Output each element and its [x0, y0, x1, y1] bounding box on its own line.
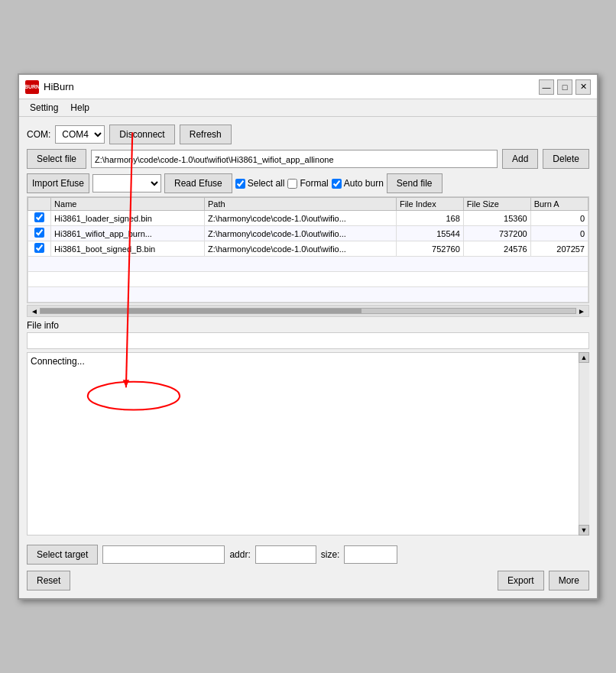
row2-checkbox[interactable] [34, 228, 44, 238]
app-icon: BURN [25, 80, 39, 94]
formal-checkbox[interactable] [287, 179, 297, 189]
row2-path: Z:\harmony\code\code-1.0\out\wifio... [204, 226, 396, 241]
efuse-dropdown[interactable] [92, 174, 161, 193]
addr-label: addr: [229, 549, 250, 560]
action-row: Reset Export More [27, 571, 589, 590]
disconnect-button[interactable]: Disconnect [109, 125, 174, 144]
row2-size: 737200 [463, 226, 530, 241]
send-file-button[interactable]: Send file [387, 173, 443, 193]
bottom-bar: Select target addr: size: [27, 542, 589, 568]
size-label: size: [321, 549, 340, 560]
row3-burn: 207257 [530, 241, 588, 257]
add-button[interactable]: Add [502, 149, 538, 169]
log-scroll-down-arrow[interactable]: ▼ [579, 525, 589, 535]
menu-help[interactable]: Help [64, 101, 96, 115]
file-table: Name Path File Index File Size Burn A Hi… [28, 197, 588, 303]
table-empty-row [28, 272, 588, 287]
select-target-input[interactable] [102, 545, 225, 564]
select-all-checkbox-label[interactable]: Select all [235, 178, 285, 189]
row2-name: Hi3861_wifiot_app_burn... [51, 226, 205, 241]
file-table-scroll: Name Path File Index File Size Burn A Hi… [27, 196, 589, 303]
select-target-button[interactable]: Select target [27, 545, 98, 565]
row3-index: 752760 [396, 241, 463, 257]
row1-size: 15360 [463, 211, 530, 226]
auto-burn-checkbox[interactable] [332, 179, 342, 189]
row3-path: Z:\harmony\code\code-1.0\out\wifio... [204, 241, 396, 257]
reset-button[interactable]: Reset [27, 571, 70, 590]
col-header-file-index: File Index [396, 198, 463, 211]
log-container: Connecting... ▲ ▼ [27, 352, 589, 535]
row1-index: 168 [396, 211, 463, 226]
auto-burn-checkbox-label[interactable]: Auto burn [332, 178, 384, 189]
col-header-burn: Burn A [530, 198, 588, 211]
read-efuse-button[interactable]: Read Efuse [164, 173, 232, 193]
addr-input[interactable] [255, 545, 316, 564]
scroll-thumb[interactable] [41, 309, 361, 313]
scroll-left-arrow[interactable]: ◄ [29, 307, 40, 315]
col-header-path: Path [204, 198, 396, 211]
more-button[interactable]: More [549, 571, 589, 590]
table-row: Hi3861_loader_signed.bin Z:\harmony\code… [28, 211, 588, 226]
row3-checkbox[interactable] [34, 243, 44, 253]
row1-path: Z:\harmony\code\code-1.0\out\wifio... [204, 211, 396, 226]
table-row: Hi3861_wifiot_app_burn... Z:\harmony\cod… [28, 226, 588, 241]
scroll-right-arrow[interactable]: ► [576, 307, 587, 315]
log-scrollbar[interactable]: ▲ ▼ [579, 352, 589, 535]
select-all-checkbox[interactable] [235, 179, 245, 189]
refresh-button[interactable]: Refresh [180, 125, 232, 144]
table-empty-row [28, 257, 588, 272]
minimize-button[interactable]: — [539, 79, 554, 95]
import-efuse-button[interactable]: Import Efuse [27, 173, 89, 193]
row1-burn: 0 [530, 211, 588, 226]
scroll-track[interactable] [40, 308, 576, 314]
menubar: Setting Help [19, 99, 597, 117]
size-input[interactable] [344, 545, 397, 564]
table-row: Hi3861_boot_signed_B.bin Z:\harmony\code… [28, 241, 588, 257]
row2-index: 15544 [396, 226, 463, 241]
com-label: COM: [27, 129, 50, 140]
file-path-display: Z:\harmony\code\code-1.0\out\wifiot\Hi38… [91, 150, 498, 168]
row2-burn: 0 [530, 226, 588, 241]
row1-checkbox[interactable] [34, 212, 44, 222]
export-button[interactable]: Export [498, 571, 544, 590]
log-content: Connecting... [31, 356, 85, 367]
row1-name: Hi3861_loader_signed.bin [51, 211, 205, 226]
titlebar: BURN HiBurn — □ ✕ [19, 75, 597, 99]
close-button[interactable]: ✕ [575, 79, 591, 95]
com-select[interactable]: COM4 COM1 COM2 COM3 COM5 [55, 125, 105, 144]
window-title: HiBurn [44, 81, 74, 92]
row3-name: Hi3861_boot_signed_B.bin [51, 241, 205, 257]
delete-button[interactable]: Delete [543, 149, 589, 169]
formal-checkbox-label[interactable]: Formal [287, 178, 328, 189]
maximize-button[interactable]: □ [557, 79, 572, 95]
menu-setting[interactable]: Setting [24, 101, 64, 115]
horizontal-scrollbar[interactable]: ◄ ► [27, 305, 589, 317]
select-file-button[interactable]: Select file [27, 149, 86, 169]
file-info-bar [27, 332, 589, 349]
log-scroll-up-arrow[interactable]: ▲ [579, 352, 589, 363]
window-controls: — □ ✕ [539, 79, 591, 95]
row3-size: 24576 [463, 241, 530, 257]
col-header-check [28, 198, 51, 211]
log-area[interactable]: Connecting... [27, 352, 589, 535]
col-header-name: Name [51, 198, 205, 211]
col-header-file-size: File Size [463, 198, 530, 211]
file-info-label: File info [27, 320, 589, 331]
table-empty-row [28, 287, 588, 303]
